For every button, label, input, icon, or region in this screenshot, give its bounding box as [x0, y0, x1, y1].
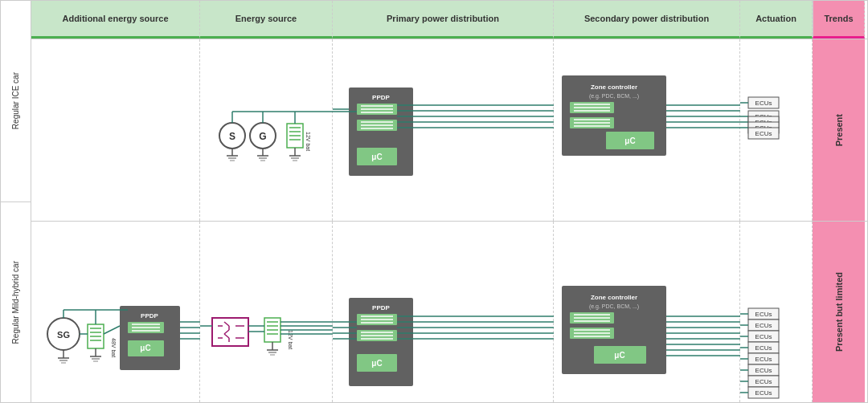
hybrid-primary-svg: PPDP μC: [333, 222, 554, 404]
trend-present-limited: Present but limited: [834, 272, 844, 352]
row-ice-car: S G: [31, 39, 867, 222]
svg-text:μC: μC: [371, 153, 382, 161]
svg-text:Zone controller: Zone controller: [591, 294, 637, 301]
hybrid-actuation-svg: ECUs ECUs ECUs ECUs ECUs: [740, 222, 813, 404]
cell-hybrid-energy: 12V bat: [200, 222, 333, 403]
cell-ice-actuation: ECUs ECUs ECUs ECUs ECUs: [740, 39, 813, 221]
svg-text:PPDP: PPDP: [372, 94, 390, 101]
cell-hybrid-trends: Present but limited: [813, 222, 865, 403]
svg-text:ECUs: ECUs: [755, 344, 772, 352]
row-label-ice: Regular ICE car: [1, 1, 31, 202]
hybrid-energy-svg: 12V bat: [200, 222, 333, 404]
cell-ice-energy: S G: [200, 39, 333, 221]
header-energy-source: Energy source: [200, 1, 333, 39]
cell-hybrid-additional: SG 48V bat: [31, 222, 200, 403]
header-trends: Trends: [813, 1, 865, 39]
svg-text:PPDP: PPDP: [141, 312, 158, 320]
svg-text:ECUs: ECUs: [755, 356, 772, 363]
svg-text:ECUs: ECUs: [755, 311, 772, 318]
header-primary-power: Primary power distribution: [333, 1, 554, 39]
svg-text:G: G: [259, 131, 266, 142]
cell-ice-additional: [31, 39, 200, 221]
svg-text:S: S: [229, 131, 235, 142]
svg-text:ECUs: ECUs: [755, 389, 772, 397]
column-headers: Additional energy source Energy source P…: [31, 1, 867, 39]
ice-secondary-svg: Zone controller (e.g. PDC, BCM, ...): [554, 39, 740, 216]
svg-text:12V bat: 12V bat: [305, 132, 311, 151]
ice-energy-svg: S G: [200, 39, 333, 216]
row-labels: Regular ICE car Regular Mild-hybrid car: [1, 1, 31, 402]
ice-primary-svg: PPDP μC: [333, 39, 554, 216]
svg-text:(e.g. PDC, BCM, ...): (e.g. PDC, BCM, ...): [589, 93, 639, 100]
svg-text:μC: μC: [624, 136, 635, 145]
svg-text:SG: SG: [57, 330, 70, 340]
svg-text:μC: μC: [140, 344, 150, 352]
trend-present: Present: [834, 114, 844, 146]
rows-container: S G: [31, 39, 867, 402]
svg-text:ECUs: ECUs: [755, 378, 772, 385]
header-additional-energy: Additional energy source: [31, 1, 200, 39]
svg-text:ECUs: ECUs: [755, 367, 772, 374]
svg-rect-110: [212, 318, 248, 346]
svg-text:ECUs: ECUs: [755, 130, 772, 137]
header-actuation: Actuation: [740, 1, 813, 39]
row-label-ice-text: Regular ICE car: [11, 72, 21, 129]
cell-hybrid-actuation: ECUs ECUs ECUs ECUs ECUs: [740, 222, 813, 403]
cell-hybrid-primary: PPDP μC: [333, 222, 554, 403]
svg-text:48V bat: 48V bat: [111, 338, 117, 357]
content-area: Additional energy source Energy source P…: [31, 1, 867, 402]
main-container: Regular ICE car Regular Mild-hybrid car …: [0, 0, 868, 403]
ice-actuation-svg: ECUs ECUs ECUs ECUs ECUs: [740, 39, 813, 216]
cell-ice-trends: Present: [813, 39, 865, 221]
svg-text:ECUs: ECUs: [755, 322, 772, 329]
cell-ice-primary: PPDP μC: [333, 39, 554, 221]
svg-text:PPDP: PPDP: [372, 304, 390, 311]
svg-text:μC: μC: [614, 351, 624, 360]
svg-text:ECUs: ECUs: [755, 333, 772, 340]
cell-hybrid-secondary: Zone controller (e.g. PDC, BCM, ...): [554, 222, 740, 403]
cell-ice-secondary: Zone controller (e.g. PDC, BCM, ...): [554, 39, 740, 221]
row-label-hybrid-text: Regular Mild-hybrid car: [11, 261, 21, 344]
svg-text:12V bat: 12V bat: [288, 330, 293, 349]
svg-text:(e.g. PDC, BCM, ...): (e.g. PDC, BCM, ...): [589, 303, 639, 310]
hybrid-additional-svg: SG 48V bat: [31, 222, 200, 404]
row-label-hybrid: Regular Mild-hybrid car: [1, 202, 31, 403]
svg-text:ECUs: ECUs: [755, 100, 772, 107]
header-secondary-power: Secondary power distribution: [554, 1, 740, 39]
row-hybrid-car: SG 48V bat: [31, 222, 867, 403]
hybrid-secondary-svg: Zone controller (e.g. PDC, BCM, ...): [554, 222, 740, 404]
svg-text:μC: μC: [371, 359, 382, 368]
svg-line-102: [104, 326, 120, 334]
svg-text:Zone controller: Zone controller: [591, 83, 637, 91]
